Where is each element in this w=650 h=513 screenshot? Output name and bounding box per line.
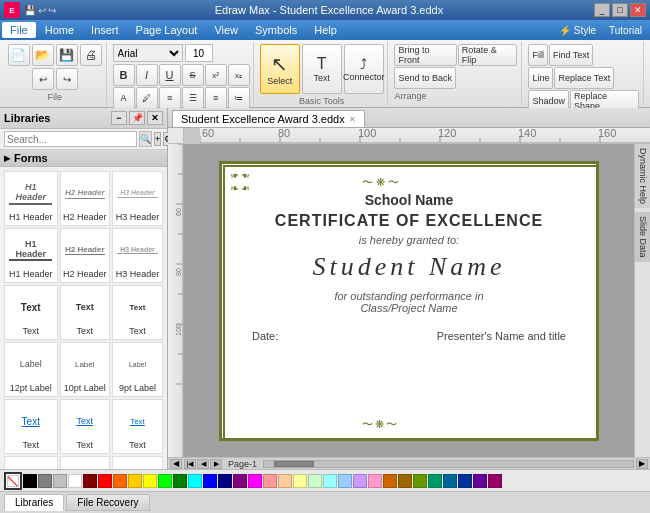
next-page-button[interactable]: ▶ — [210, 459, 222, 469]
list-item[interactable]: H3 Header H3 Header — [112, 171, 163, 226]
color-swatch[interactable] — [458, 474, 472, 488]
color-swatch[interactable] — [173, 474, 187, 488]
no-fill-button[interactable] — [4, 472, 22, 490]
list-item[interactable]: Text Text — [4, 399, 58, 454]
list-item[interactable]: Label 9pt Label — [112, 342, 163, 397]
list-item[interactable]: H3 Header H3 Header — [112, 228, 163, 283]
color-swatch[interactable] — [188, 474, 202, 488]
font-name-select[interactable]: Arial — [113, 44, 183, 62]
menu-home[interactable]: Home — [37, 22, 82, 38]
list-item[interactable]: Text Text — [112, 285, 163, 340]
color-swatch[interactable] — [53, 474, 67, 488]
file-recovery-tab[interactable]: File Recovery — [66, 494, 149, 511]
search-input[interactable] — [4, 131, 137, 147]
maximize-button[interactable]: □ — [612, 3, 628, 17]
color-swatch[interactable] — [278, 474, 292, 488]
color-swatch[interactable] — [293, 474, 307, 488]
fill-button[interactable]: Fill — [528, 44, 548, 66]
forms-section-label[interactable]: Forms — [0, 150, 167, 167]
dynamic-help-tab[interactable]: Dynamic Help — [635, 144, 650, 208]
style-link[interactable]: ⚡ Style — [553, 25, 602, 36]
list-item[interactable]: Link 10pt Link — [60, 456, 110, 469]
tutorial-link[interactable]: Tutorial — [603, 25, 648, 36]
lib-collapse-button[interactable]: − — [111, 111, 127, 125]
align-right-button[interactable]: ≡ — [205, 87, 227, 109]
libraries-tab[interactable]: Libraries — [4, 494, 64, 511]
superscript-button[interactable]: x² — [205, 64, 227, 86]
redo-button[interactable]: ↪ — [56, 68, 78, 90]
canvas-scroll[interactable]: ❧ ❧ ❧ ❧ 〜❋〜 〜❋〜 School Name CERTIFICATE … — [184, 144, 634, 457]
color-swatch[interactable] — [383, 474, 397, 488]
bold-button[interactable]: B — [113, 64, 135, 86]
list-item[interactable]: Text Text — [112, 399, 163, 454]
new-button[interactable]: 📄 — [8, 44, 30, 66]
list-item[interactable]: Text Text — [60, 285, 110, 340]
menu-file[interactable]: File — [2, 22, 36, 38]
color-swatch[interactable] — [218, 474, 232, 488]
color-swatch[interactable] — [443, 474, 457, 488]
list-item[interactable]: Link 12pt Link — [4, 456, 58, 469]
list-item[interactable]: Link 9pt Link — [112, 456, 163, 469]
color-swatch[interactable] — [488, 474, 502, 488]
horizontal-scrollbar[interactable]: ◀ |◀ ◀ ▶ Page-1 ▶ — [168, 457, 650, 469]
scroll-track[interactable] — [263, 460, 634, 468]
color-swatch[interactable] — [353, 474, 367, 488]
open-button[interactable]: 📂 — [32, 44, 54, 66]
send-to-back-button[interactable]: Send to Back — [394, 67, 456, 89]
connector-tool-button[interactable]: ⤴ Connector — [344, 44, 384, 94]
color-swatch[interactable] — [98, 474, 112, 488]
minimize-button[interactable]: _ — [594, 3, 610, 17]
color-swatch[interactable] — [368, 474, 382, 488]
find-text-button[interactable]: Find Text — [549, 44, 593, 66]
lib-add-button[interactable]: + — [154, 132, 161, 146]
color-swatch[interactable] — [413, 474, 427, 488]
color-swatch[interactable] — [38, 474, 52, 488]
color-swatch[interactable] — [68, 474, 82, 488]
list-item[interactable]: Text Text — [60, 399, 110, 454]
print-button[interactable]: 🖨 — [80, 44, 102, 66]
close-button[interactable]: ✕ — [630, 3, 646, 17]
line-button[interactable]: Line — [528, 67, 553, 89]
scroll-left-button[interactable]: ◀ — [170, 459, 182, 469]
list-item[interactable]: Label 12pt Label — [4, 342, 58, 397]
text-tool-button[interactable]: T Text — [302, 44, 342, 94]
font-color-button[interactable]: A — [113, 87, 135, 109]
underline-button[interactable]: U — [159, 64, 181, 86]
lib-pin-button[interactable]: 📌 — [129, 111, 145, 125]
select-tool-button[interactable]: ↖ Select — [260, 44, 300, 94]
color-swatch[interactable] — [128, 474, 142, 488]
list-item[interactable]: H2 Header H2 Header — [60, 171, 110, 226]
first-page-button[interactable]: |◀ — [184, 459, 196, 469]
lib-close-button[interactable]: ✕ — [147, 111, 163, 125]
color-swatch[interactable] — [113, 474, 127, 488]
italic-button[interactable]: I — [136, 64, 158, 86]
menu-insert[interactable]: Insert — [83, 22, 127, 38]
subscript-button[interactable]: x₂ — [228, 64, 250, 86]
canvas-tab[interactable]: Student Excellence Award 3.eddx ✕ — [172, 110, 365, 127]
menu-page-layout[interactable]: Page Layout — [128, 22, 206, 38]
scroll-right-button[interactable]: ▶ — [636, 459, 648, 469]
color-swatch[interactable] — [83, 474, 97, 488]
align-center-button[interactable]: ☰ — [182, 87, 204, 109]
color-swatch[interactable] — [248, 474, 262, 488]
slide-data-tab[interactable]: Slide Data — [635, 212, 650, 262]
list-item[interactable]: H1 Header H1 Header — [4, 171, 58, 226]
undo-button[interactable]: ↩ — [32, 68, 54, 90]
strikethrough-button[interactable]: S — [182, 64, 204, 86]
color-swatch[interactable] — [143, 474, 157, 488]
color-swatch[interactable] — [233, 474, 247, 488]
rotate-flip-button[interactable]: Rotate & Flip — [458, 44, 518, 66]
list-item[interactable]: Label 10pt Label — [60, 342, 110, 397]
color-swatch[interactable] — [203, 474, 217, 488]
align-left-button[interactable]: ≡ — [159, 87, 181, 109]
color-swatch[interactable] — [398, 474, 412, 488]
list-item[interactable]: H1 Header H1 Header — [4, 228, 58, 283]
bullets-button[interactable]: ≔ — [228, 87, 250, 109]
list-item[interactable]: Text Text — [4, 285, 58, 340]
highlight-button[interactable]: 🖊 — [136, 87, 158, 109]
color-swatch[interactable] — [263, 474, 277, 488]
tab-close-icon[interactable]: ✕ — [349, 115, 356, 124]
color-swatch[interactable] — [473, 474, 487, 488]
search-button[interactable]: 🔍 — [139, 131, 152, 147]
save-button[interactable]: 💾 — [56, 44, 78, 66]
